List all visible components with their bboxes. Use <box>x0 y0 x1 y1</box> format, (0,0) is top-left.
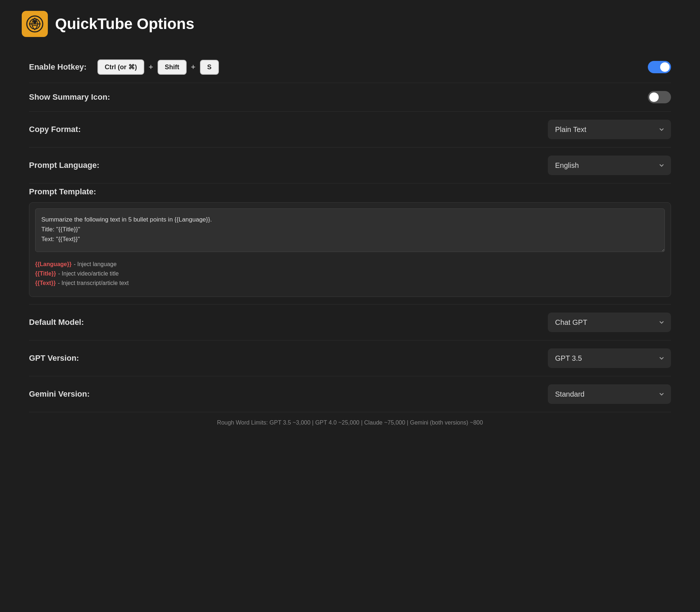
copy-format-label: Copy Format: <box>29 125 81 134</box>
logo-icon <box>25 15 44 33</box>
summary-icon-row: Show Summary Icon: <box>29 83 671 111</box>
hint-language-desc: - Inject language <box>74 261 116 268</box>
gemini-version-label: Gemini Version: <box>29 389 90 399</box>
gemini-version-select[interactable]: Standard Advanced <box>548 384 671 404</box>
hint-title-desc: - Inject video/article title <box>58 270 119 277</box>
copy-format-row: Copy Format: Plain Text Markdown HTML <box>29 112 671 147</box>
summary-icon-knob <box>649 92 659 102</box>
hint-language-var: {{Language}} <box>35 261 71 268</box>
hotkey-row: Enable Hotkey: Ctrl (or ⌘) + Shift + S <box>29 51 671 83</box>
hint-language: {{Language}} - Inject language <box>35 261 665 268</box>
hint-text-desc: - Inject transcript/article text <box>58 280 129 286</box>
hotkey-keys: Ctrl (or ⌘) + Shift + S <box>97 59 219 75</box>
hint-title: {{Title}} - Inject video/article title <box>35 270 665 277</box>
hotkey-label: Enable Hotkey: <box>29 62 87 72</box>
hotkey-controls: Ctrl (or ⌘) + Shift + S <box>97 59 648 75</box>
hotkey-knob <box>660 62 670 72</box>
gpt-version-row: GPT Version: GPT 3.5 GPT 4.0 <box>29 340 671 376</box>
svg-point-2 <box>33 20 37 24</box>
prompt-language-select[interactable]: English Spanish French German Japanese C… <box>548 156 671 175</box>
prompt-template-section: Prompt Template: Summarize the following… <box>29 183 671 304</box>
app-container: QuickTube Options Enable Hotkey: Ctrl (o… <box>0 0 700 444</box>
plus-2: + <box>191 62 196 72</box>
gpt-version-label: GPT Version: <box>29 353 79 363</box>
summary-icon-slider <box>648 91 671 103</box>
summary-icon-toggle[interactable] <box>648 91 671 103</box>
footer-note: Rough Word Limits: GPT 3.5 ~3,000 | GPT … <box>29 412 671 430</box>
gemini-version-row: Gemini Version: Standard Advanced <box>29 376 671 412</box>
hint-text: {{Text}} - Inject transcript/article tex… <box>35 280 665 286</box>
default-model-select[interactable]: Chat GPT Claude Gemini <box>548 313 671 332</box>
hotkey-slider <box>648 61 671 73</box>
hotkey-toggle[interactable] <box>648 61 671 73</box>
page-title: QuickTube Options <box>55 15 194 33</box>
header: QuickTube Options <box>22 11 678 37</box>
hint-text-var: {{Text}} <box>35 280 56 286</box>
prompt-textarea[interactable]: Summarize the following text in 5 bullet… <box>35 208 665 252</box>
key-ctrl: Ctrl (or ⌘) <box>97 59 144 75</box>
prompt-language-label: Prompt Language: <box>29 161 99 170</box>
summary-icon-label: Show Summary Icon: <box>29 92 110 102</box>
hint-title-var: {{Title}} <box>35 270 56 277</box>
settings-content: Enable Hotkey: Ctrl (or ⌘) + Shift + S <box>22 51 678 430</box>
app-logo <box>22 11 48 37</box>
default-model-label: Default Model: <box>29 318 84 327</box>
prompt-hints: {{Language}} - Inject language {{Title}}… <box>35 260 665 291</box>
default-model-row: Default Model: Chat GPT Claude Gemini <box>29 305 671 340</box>
gpt-version-select[interactable]: GPT 3.5 GPT 4.0 <box>548 348 671 368</box>
key-s: S <box>200 60 219 75</box>
prompt-language-row: Prompt Language: English Spanish French … <box>29 148 671 183</box>
key-shift: Shift <box>158 60 187 75</box>
prompt-template-label: Prompt Template: <box>29 187 671 197</box>
plus-1: + <box>149 62 153 72</box>
copy-format-select[interactable]: Plain Text Markdown HTML <box>548 120 671 139</box>
prompt-box: Summarize the following text in 5 bullet… <box>29 202 671 297</box>
